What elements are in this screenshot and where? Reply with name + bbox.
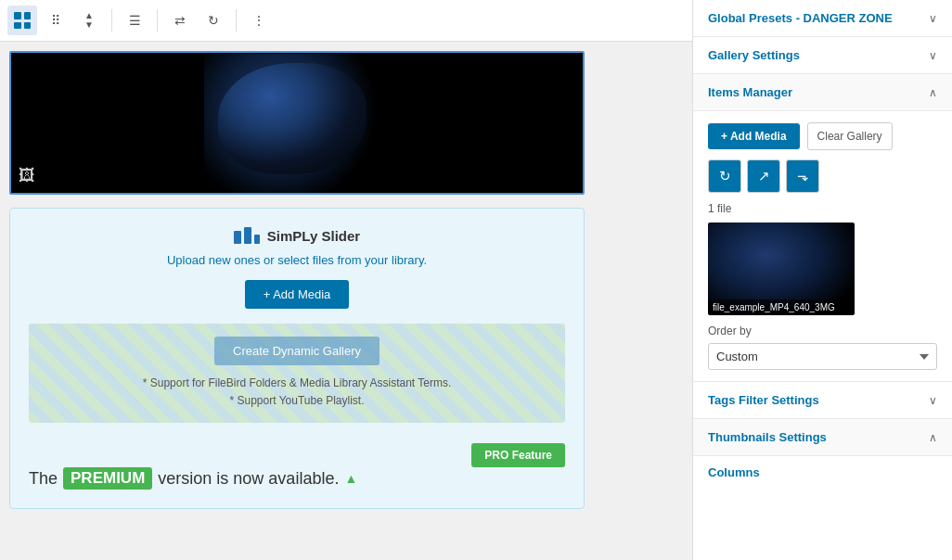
items-manager-title: Items Manager — [708, 85, 792, 99]
chevron-updown-button[interactable]: ▲▼ — [74, 6, 104, 35]
global-presets-title: Global Presets - DANGER ZONE — [708, 11, 893, 25]
list-view-button[interactable]: ☰ — [120, 6, 149, 35]
list-icon: ☰ — [129, 13, 141, 28]
simply-subtitle: Upload new ones or select files from you… — [29, 253, 565, 267]
divider3 — [236, 9, 237, 32]
thumbnails-settings-section: Thumbnails Settings ∧ Columns — [693, 419, 952, 479]
drag-handle-button[interactable]: ⠿ — [41, 6, 71, 35]
external-link-icon: ↗ — [758, 168, 770, 185]
simply-title: SimPLy Slider — [267, 228, 360, 244]
left-panel: ⠿ ▲▼ ☰ ⇄ ↻ ⋮ 🖼 — [0, 0, 692, 560]
import-icon-button[interactable]: ⬎ — [786, 159, 819, 193]
import-icon: ⬎ — [797, 168, 809, 185]
global-presets-section-header[interactable]: Global Presets - DANGER ZONE ∨ — [693, 0, 952, 37]
create-dynamic-gallery-button[interactable]: Create Dynamic Gallery — [214, 337, 380, 365]
dynamic-gallery-area: Create Dynamic Gallery * Support for Fil… — [29, 324, 565, 423]
simply-add-media-button[interactable]: + Add Media — [245, 280, 350, 309]
items-action-row: + Add Media Clear Gallery — [708, 122, 937, 150]
premium-after-text: version is now available. — [158, 469, 339, 489]
premium-badge: PREMIUM — [63, 467, 152, 490]
thumbnails-settings-title: Thumbnails Settings — [708, 430, 827, 444]
transform-button[interactable]: ⇄ — [165, 6, 195, 35]
items-manager-section: Items Manager ∧ + Add Media Clear Galler… — [693, 74, 952, 382]
simply-logo: SimPLy Slider — [29, 227, 565, 244]
refresh-button[interactable]: ↻ — [199, 6, 228, 35]
logo-icon — [234, 227, 260, 244]
divider — [111, 9, 112, 32]
sync-icon-button[interactable]: ↻ — [708, 159, 741, 193]
columns-label: Columns — [693, 456, 952, 479]
support-line2: * Support YouTube Playlist. — [42, 392, 552, 410]
premium-before-text: The — [29, 469, 58, 489]
chevron-updown-icon: ▲▼ — [84, 11, 94, 30]
premium-banner: The PREMIUM version is now available. ▲ — [29, 467, 565, 490]
arrow-up-icon: ▲ — [344, 471, 357, 486]
order-by-select[interactable]: Custom Date Title Random — [708, 343, 937, 370]
thumbnails-settings-section-header[interactable]: Thumbnails Settings ∧ — [693, 419, 952, 456]
gallery-settings-chevron: ∨ — [929, 49, 937, 62]
toolbar: ⠿ ▲▼ ☰ ⇄ ↻ ⋮ — [0, 0, 692, 42]
order-by-label: Order by — [708, 325, 937, 337]
items-manager-section-header[interactable]: Items Manager ∧ — [693, 74, 952, 111]
media-icon: 🖼 — [19, 166, 35, 185]
transform-icon: ⇄ — [174, 13, 186, 28]
tags-filter-chevron: ∨ — [929, 394, 937, 407]
divider2 — [157, 9, 158, 32]
sync-icon: ↻ — [719, 168, 731, 185]
grid-view-button[interactable] — [7, 6, 37, 35]
drag-icon: ⠿ — [51, 13, 60, 28]
items-manager-content: + Add Media Clear Gallery ↻ ↗ ⬎ 1 file — [693, 111, 952, 382]
gallery-settings-section-header[interactable]: Gallery Settings ∨ — [693, 37, 952, 74]
thumbnails-settings-chevron: ∧ — [929, 431, 937, 444]
tags-filter-section: Tags Filter Settings ∨ — [693, 382, 952, 419]
pro-feature-button[interactable]: PRO Feature — [471, 443, 565, 467]
more-icon: ⋮ — [252, 13, 265, 28]
gallery-settings-title: Gallery Settings — [708, 48, 800, 62]
support-line1: * Support for FileBird Folders & Media L… — [42, 375, 552, 392]
tags-filter-section-header[interactable]: Tags Filter Settings ∨ — [693, 382, 952, 419]
content-area: 🖼 SimPLy Slider Upload new ones or selec… — [0, 42, 692, 518]
earth-thumbnail — [204, 54, 390, 193]
clear-gallery-button[interactable]: Clear Gallery — [807, 122, 893, 150]
icon-btn-row: ↻ ↗ ⬎ — [708, 159, 937, 193]
simply-slider-box: SimPLy Slider Upload new ones or select … — [9, 208, 585, 509]
thumbnail-filename: file_example_MP4_640_3MG — [708, 299, 855, 315]
external-link-icon-button[interactable]: ↗ — [747, 159, 780, 193]
refresh-icon: ↻ — [208, 13, 219, 28]
more-options-button[interactable]: ⋮ — [244, 6, 274, 35]
items-manager-chevron: ∧ — [929, 86, 937, 99]
grid-icon — [14, 12, 31, 29]
add-media-button[interactable]: + Add Media — [708, 123, 800, 149]
file-count: 1 file — [708, 202, 937, 215]
support-text: * Support for FileBird Folders & Media L… — [42, 375, 552, 410]
right-panel: Global Presets - DANGER ZONE ∨ Gallery S… — [692, 0, 952, 560]
video-preview-box[interactable]: 🖼 — [9, 51, 585, 195]
global-presets-chevron: ∨ — [929, 12, 937, 25]
thumbnail-item[interactable]: file_example_MP4_640_3MG — [708, 223, 855, 315]
tags-filter-title: Tags Filter Settings — [708, 393, 819, 407]
